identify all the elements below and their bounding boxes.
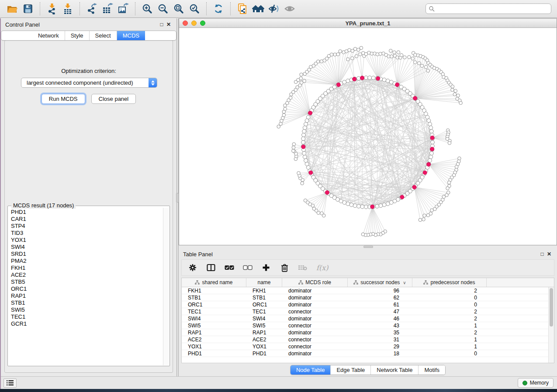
deselect-all-button[interactable] <box>243 263 253 272</box>
import-network-button[interactable] <box>44 1 60 16</box>
delete-column-button[interactable] <box>280 263 289 272</box>
refresh-button[interactable] <box>211 1 226 16</box>
control-panel-tabs: NetworkStyleSelectMCDS <box>1 31 176 41</box>
toggle-panes-button[interactable] <box>206 263 216 272</box>
tab-network[interactable]: Network <box>32 31 65 40</box>
close-table-panel-icon[interactable]: ✕ <box>546 251 553 257</box>
export-image-button[interactable] <box>115 1 131 16</box>
export-network-button[interactable] <box>84 1 100 16</box>
mcds-result-item[interactable]: PHD1 <box>11 209 163 216</box>
delete-table-button-disabled <box>298 263 308 272</box>
table-cell: 0 <box>412 294 487 301</box>
column-header-successor-nodes[interactable]: successor nodes∨ <box>348 278 412 287</box>
network-graph[interactable] <box>179 28 557 245</box>
save-button[interactable] <box>20 1 36 16</box>
table-tab-node-table[interactable]: Node Table <box>291 365 331 375</box>
trash-icon <box>281 264 288 272</box>
column-label: name <box>257 279 270 285</box>
mcds-result-item[interactable]: STP4 <box>11 223 163 230</box>
mcds-result-item[interactable]: STB5 <box>11 279 163 285</box>
export-network-icon <box>86 3 97 14</box>
refresh-icon <box>213 3 224 14</box>
zoom-fit-button[interactable] <box>171 1 187 16</box>
toolbar-separator <box>40 2 40 15</box>
table-scrollbar[interactable] <box>548 287 554 363</box>
hide-selected-button[interactable] <box>266 1 282 16</box>
mcds-result-item[interactable]: CAR1 <box>11 216 163 223</box>
mcds-result-list: PHD1CAR1STP4TID3YOX1SWI4SRD1PMA2FKH1ACE2… <box>8 208 163 365</box>
column-header-name[interactable]: name <box>246 278 282 287</box>
mcds-result-item[interactable]: YOX1 <box>11 237 163 244</box>
memory-button[interactable]: Memory <box>518 378 554 388</box>
tab-style[interactable]: Style <box>65 31 89 40</box>
add-column-button[interactable] <box>261 263 271 272</box>
clone-network-button[interactable] <box>235 1 250 16</box>
table-row[interactable]: ACE2ACE2connector311 <box>182 336 554 343</box>
table-scrollbar-thumb[interactable] <box>550 288 553 327</box>
mcds-result-item[interactable]: SRD1 <box>11 251 163 258</box>
mcds-result-item[interactable]: ACE2 <box>11 272 163 279</box>
run-mcds-button[interactable]: Run MCDS <box>42 94 85 104</box>
table-settings-button[interactable] <box>188 263 197 272</box>
table-row[interactable]: RAP1RAP1dominator352 <box>182 329 554 336</box>
search-box[interactable] <box>426 3 551 14</box>
mcds-result-item[interactable]: SWI4 <box>11 244 163 251</box>
mcds-result-item[interactable]: TID3 <box>11 230 163 237</box>
table-tab-network-table[interactable]: Network Table <box>370 365 418 375</box>
zoom-out-button[interactable] <box>155 1 171 16</box>
mcds-result-item[interactable]: RAP1 <box>11 292 163 299</box>
mcds-result-item[interactable]: ORC1 <box>11 285 163 292</box>
mcds-result-item[interactable]: STB1 <box>11 299 163 306</box>
criterion-select[interactable]: largest connected component (undirected) <box>21 78 157 88</box>
table-row[interactable]: PHD1PHD1dominator180 <box>182 350 554 357</box>
mcds-list-scrollbar[interactable] <box>163 208 169 365</box>
close-panel-button[interactable]: Close panel <box>91 94 136 104</box>
tab-mcds[interactable]: MCDS <box>117 31 145 40</box>
control-panel-title: Control Panel <box>5 21 158 28</box>
table-cell: 2 <box>412 287 487 294</box>
mcds-result-item[interactable]: GCR1 <box>11 320 163 327</box>
table-cell: YOX1 <box>246 343 282 350</box>
function-builder-button-disabled: f(x) <box>316 264 328 272</box>
mcds-result-item[interactable]: FKH1 <box>11 265 163 272</box>
table-tab-edge-table[interactable]: Edge Table <box>330 365 370 375</box>
table-row[interactable]: SWI4SWI4dominator462 <box>182 315 554 322</box>
search-input[interactable] <box>437 6 548 12</box>
column-header-predecessor-nodes[interactable]: predecessor nodes <box>412 278 487 287</box>
table-row[interactable]: STB1STB1dominator620 <box>182 294 554 301</box>
table-cell: 2 <box>412 329 487 336</box>
table-row[interactable]: YOX1YOX1connector291 <box>182 343 554 350</box>
column-label: shared name <box>202 279 232 285</box>
import-table-button[interactable] <box>60 1 76 16</box>
mcds-result-item[interactable]: PMA2 <box>11 258 163 265</box>
main-toolbar <box>0 0 557 18</box>
table-row[interactable]: SWI5SWI5connector431 <box>182 322 554 329</box>
export-table-button[interactable] <box>100 1 115 16</box>
zoom-selected-button[interactable] <box>187 1 202 16</box>
table-cell: 2 <box>412 315 487 322</box>
open-file-button[interactable] <box>4 1 20 16</box>
optimization-criterion-label: Optimization criterion: <box>5 68 173 74</box>
network-titlebar[interactable]: YPA_prune.txt_1 <box>179 19 557 28</box>
show-all-button[interactable] <box>282 1 298 16</box>
table-tab-motifs[interactable]: Motifs <box>418 365 445 375</box>
table-row[interactable]: FKH1FKH1dominator962 <box>182 287 554 294</box>
float-panel-icon[interactable]: □ <box>158 21 165 28</box>
task-history-button[interactable] <box>3 378 17 388</box>
network-canvas[interactable] <box>179 28 557 245</box>
table-cell: 18 <box>348 350 412 357</box>
table-cell: dominator <box>282 287 348 294</box>
mcds-result-item[interactable]: TEC1 <box>11 313 163 320</box>
tab-select[interactable]: Select <box>89 31 117 40</box>
float-table-panel-icon[interactable]: □ <box>539 251 546 257</box>
home-networks-button[interactable] <box>250 1 266 16</box>
zoom-in-button[interactable] <box>139 1 155 16</box>
mcds-result-item[interactable]: SWI5 <box>11 306 163 313</box>
column-header-mcds-role[interactable]: MCDS role <box>282 278 348 287</box>
close-panel-icon[interactable]: ✕ <box>165 21 172 28</box>
table-cell: dominator <box>282 294 348 301</box>
select-all-button[interactable] <box>225 263 234 272</box>
table-row[interactable]: TEC1TEC1connector472 <box>182 308 554 315</box>
column-header-shared-name[interactable]: shared name <box>182 278 246 287</box>
table-row[interactable]: ORC1ORC1dominator610 <box>182 301 554 308</box>
